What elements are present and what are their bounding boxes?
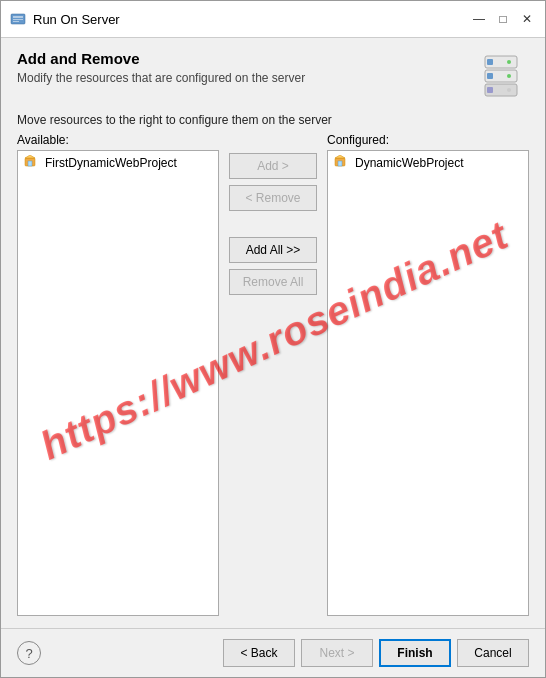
svg-marker-17 <box>335 155 345 158</box>
svg-rect-8 <box>487 73 493 79</box>
web-project-icon-2 <box>334 155 350 171</box>
available-list[interactable]: FirstDynamicWebProject <box>17 150 219 616</box>
title-bar: Run On Server — □ ✕ <box>1 1 545 38</box>
back-button[interactable]: < Back <box>223 639 295 667</box>
server-icon-decoration <box>477 50 529 105</box>
section-title: Add and Remove <box>17 50 467 67</box>
server-decoration-svg <box>477 50 529 102</box>
svg-rect-11 <box>487 87 493 93</box>
footer: ? < Back Next > Finish Cancel <box>1 628 545 677</box>
available-panel: Available: FirstDynamicWebProject <box>17 133 219 616</box>
svg-point-9 <box>507 74 511 78</box>
header-row: Add and Remove Modify the resources that… <box>17 50 529 105</box>
configured-item-name: DynamicWebProject <box>355 156 463 170</box>
footer-left: ? <box>17 641 41 665</box>
svg-point-6 <box>507 60 511 64</box>
list-item[interactable]: DynamicWebProject <box>330 153 526 173</box>
window-title: Run On Server <box>33 12 469 27</box>
finish-button[interactable]: Finish <box>379 639 451 667</box>
web-project-icon <box>24 155 40 171</box>
svg-marker-14 <box>25 155 35 158</box>
configured-list[interactable]: DynamicWebProject <box>327 150 529 616</box>
title-bar-controls: — □ ✕ <box>469 9 537 29</box>
buttons-column: Add > < Remove Add All >> Remove All <box>219 133 327 616</box>
instruction-text: Move resources to the right to configure… <box>17 113 529 127</box>
window-icon <box>9 10 27 28</box>
content-area: Add and Remove Modify the resources that… <box>1 38 545 628</box>
list-item[interactable]: FirstDynamicWebProject <box>20 153 216 173</box>
available-label: Available: <box>17 133 219 147</box>
next-button[interactable]: Next > <box>301 639 373 667</box>
add-all-button[interactable]: Add All >> <box>229 237 317 263</box>
minimize-button[interactable]: — <box>469 9 489 29</box>
add-button[interactable]: Add > <box>229 153 317 179</box>
remove-button[interactable]: < Remove <box>229 185 317 211</box>
section-subtitle: Modify the resources that are configured… <box>17 71 467 85</box>
svg-rect-15 <box>28 161 32 166</box>
available-item-name: FirstDynamicWebProject <box>45 156 177 170</box>
svg-rect-3 <box>13 21 19 22</box>
svg-point-12 <box>507 88 511 92</box>
close-button[interactable]: ✕ <box>517 9 537 29</box>
help-button[interactable]: ? <box>17 641 41 665</box>
remove-all-button[interactable]: Remove All <box>229 269 317 295</box>
svg-rect-5 <box>487 59 493 65</box>
panels-row: Available: FirstDynamicWebProject <box>17 133 529 616</box>
configured-panel: Configured: DynamicWebProject <box>327 133 529 616</box>
svg-rect-18 <box>338 161 342 166</box>
cancel-button[interactable]: Cancel <box>457 639 529 667</box>
main-window: Run On Server — □ ✕ Add and Remove Modif… <box>0 0 546 678</box>
maximize-button[interactable]: □ <box>493 9 513 29</box>
header-text: Add and Remove Modify the resources that… <box>17 50 467 95</box>
svg-rect-1 <box>13 16 23 18</box>
svg-rect-2 <box>13 19 23 20</box>
configured-label: Configured: <box>327 133 529 147</box>
